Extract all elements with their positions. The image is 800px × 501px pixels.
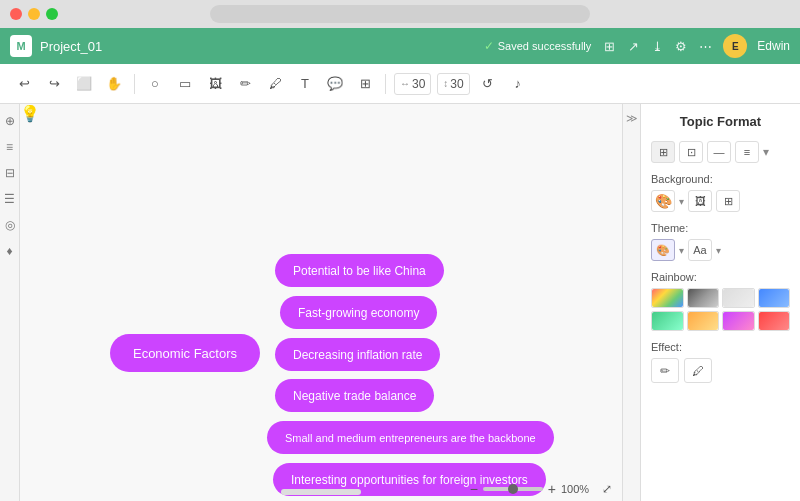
- close-button[interactable]: [10, 8, 22, 20]
- height-input[interactable]: ↕ 30: [437, 73, 469, 95]
- avatar: E: [723, 34, 747, 58]
- refresh-button[interactable]: ↺: [476, 72, 500, 96]
- canvas-area[interactable]: 💡 Economic Factors Potential to be like …: [20, 104, 622, 501]
- minimize-button[interactable]: [28, 8, 40, 20]
- more-icon[interactable]: ⋯: [697, 38, 713, 54]
- center-node[interactable]: Economic Factors: [110, 334, 260, 372]
- format-btn-2[interactable]: ⊡: [679, 141, 703, 163]
- pen-button[interactable]: ✏: [233, 72, 257, 96]
- rainbow-cell-7[interactable]: [722, 311, 755, 331]
- maximize-button[interactable]: [46, 8, 58, 20]
- zoom-thumb: [508, 484, 518, 494]
- effect-row: ✏ 🖊: [651, 358, 790, 383]
- rainbow-cell-8[interactable]: [758, 311, 791, 331]
- zoom-slider[interactable]: [483, 487, 543, 491]
- redo-button[interactable]: ↪: [42, 72, 66, 96]
- zoom-in-button[interactable]: +: [548, 481, 556, 497]
- effect-section: Effect: ✏ 🖊: [651, 341, 790, 383]
- left-tool-5[interactable]: ◎: [1, 216, 19, 234]
- image-button[interactable]: 🖼: [203, 72, 227, 96]
- rainbow-cell-3[interactable]: [722, 288, 755, 308]
- fullscreen-button[interactable]: ⤢: [602, 482, 612, 496]
- project-title: Project_01: [40, 39, 484, 54]
- format-btn-3[interactable]: —: [707, 141, 731, 163]
- background-row: 🎨 ▾ 🖼 ⊞: [651, 190, 790, 212]
- effect-btn-1[interactable]: ✏: [651, 358, 679, 383]
- toolbar: ↩ ↪ ⬜ ✋ ○ ▭ 🖼 ✏ 🖊 T 💬 ⊞ ↔ 30 ↕ 30 ↺ ♪: [0, 64, 800, 104]
- theme-font-arrow: ▾: [716, 245, 721, 256]
- rainbow-cell-2[interactable]: [687, 288, 720, 308]
- zoom-out-button[interactable]: −: [470, 481, 478, 497]
- theme-label: Theme:: [651, 222, 790, 234]
- rainbow-grid: [651, 288, 790, 331]
- left-tool-2[interactable]: ≡: [1, 138, 19, 156]
- left-tool-1[interactable]: ⊕: [1, 112, 19, 130]
- branch-node-5[interactable]: Small and medium entrepreneurs are the b…: [267, 421, 554, 454]
- zoom-controls: − + 100% ⤢: [470, 481, 612, 497]
- theme-row: 🎨 ▾ Aa ▾: [651, 239, 790, 261]
- traffic-lights: [10, 8, 58, 20]
- header-icons: ⊞ ↗ ⤓ ⚙ ⋯: [601, 38, 713, 54]
- background-label: Background:: [651, 173, 790, 185]
- url-bar[interactable]: [210, 5, 590, 23]
- text-button[interactable]: T: [293, 72, 317, 96]
- panel-content: Topic Format ⊞ ⊡ — ≡ ▾ Background: 🎨 ▾ 🖼…: [641, 104, 800, 501]
- mindmap-connections: [20, 123, 320, 273]
- format-toolbar: ⊞ ⊡ — ≡ ▾: [651, 141, 790, 163]
- format-more: ▾: [763, 145, 769, 159]
- format-btn-4[interactable]: ≡: [735, 141, 759, 163]
- username: Edwin: [757, 39, 790, 53]
- bg-dropdown-arrow: ▾: [679, 196, 684, 207]
- effect-label: Effect:: [651, 341, 790, 353]
- panel-title: Topic Format: [651, 114, 790, 129]
- format-btn-1[interactable]: ⊞: [651, 141, 675, 163]
- undo-button[interactable]: ↩: [12, 72, 36, 96]
- branch-node-3[interactable]: Decreasing inflation rate: [275, 338, 440, 371]
- table-button[interactable]: ⊞: [353, 72, 377, 96]
- panel-collapse-button[interactable]: ≫: [622, 104, 640, 501]
- theme-color-btn[interactable]: 🎨: [651, 239, 675, 261]
- height-icon: ↕: [443, 78, 448, 89]
- rect-button[interactable]: ▭: [173, 72, 197, 96]
- left-panel: ⊕ ≡ ⊟ ☰ ◎ ♦: [0, 104, 20, 501]
- branch-node-1[interactable]: Potential to be like China: [275, 254, 444, 287]
- right-panel: Topic Format ⊞ ⊡ — ≡ ▾ Background: 🎨 ▾ 🖼…: [640, 104, 800, 501]
- rainbow-cell-1[interactable]: [651, 288, 684, 308]
- background-section: Background: 🎨 ▾ 🖼 ⊞: [651, 173, 790, 212]
- hand-button[interactable]: ✋: [102, 72, 126, 96]
- shape-button[interactable]: ○: [143, 72, 167, 96]
- left-tool-6[interactable]: ♦: [1, 242, 19, 260]
- saved-badge: ✓ Saved successfully: [484, 39, 592, 53]
- share-icon[interactable]: ↗: [625, 38, 641, 54]
- rainbow-cell-5[interactable]: [651, 311, 684, 331]
- left-tool-4[interactable]: ☰: [1, 190, 19, 208]
- bg-color-btn[interactable]: 🎨: [651, 190, 675, 212]
- theme-dropdown-arrow: ▾: [679, 245, 684, 256]
- rainbow-section: Rainbow:: [651, 271, 790, 331]
- export-icon[interactable]: ⤓: [649, 38, 665, 54]
- effect-btn-2[interactable]: 🖊: [684, 358, 712, 383]
- theme-font-btn[interactable]: Aa: [688, 239, 712, 261]
- app-header: M Project_01 ✓ Saved successfully ⊞ ↗ ⤓ …: [0, 28, 800, 64]
- rainbow-cell-6[interactable]: [687, 311, 720, 331]
- branch-node-2[interactable]: Fast-growing economy: [280, 296, 437, 329]
- settings-icon[interactable]: ⚙: [673, 38, 689, 54]
- hint-icon: 💡: [20, 104, 622, 123]
- bg-image-btn[interactable]: 🖼: [688, 190, 712, 212]
- width-input[interactable]: ↔ 30: [394, 73, 431, 95]
- theme-section: Theme: 🎨 ▾ Aa ▾: [651, 222, 790, 261]
- select-button[interactable]: ⬜: [72, 72, 96, 96]
- branch-node-4[interactable]: Negative trade balance: [275, 379, 434, 412]
- horizontal-scrollbar[interactable]: [281, 489, 361, 495]
- highlight-button[interactable]: 🖊: [263, 72, 287, 96]
- note-button[interactable]: 💬: [323, 72, 347, 96]
- zoom-percent: 100%: [561, 483, 597, 495]
- rainbow-cell-4[interactable]: [758, 288, 791, 308]
- separator-1: [134, 74, 135, 94]
- audio-button[interactable]: ♪: [506, 72, 530, 96]
- collapse-icon: ≫: [626, 112, 638, 125]
- main-layout: ⊕ ≡ ⊟ ☰ ◎ ♦ 💡 Economic Factors: [0, 104, 800, 501]
- bg-pattern-btn[interactable]: ⊞: [716, 190, 740, 212]
- left-tool-3[interactable]: ⊟: [1, 164, 19, 182]
- save-icon[interactable]: ⊞: [601, 38, 617, 54]
